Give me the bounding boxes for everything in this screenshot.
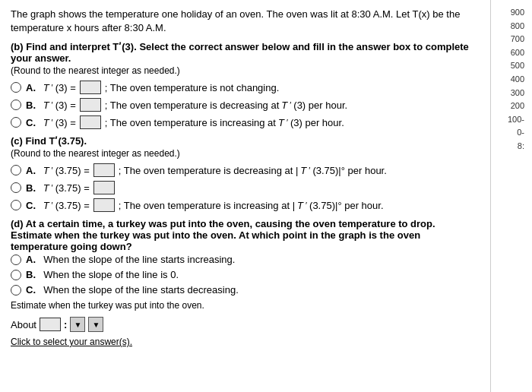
part-c-label: (c) Find Tʹ(3.75). [11, 135, 521, 147]
y-label-0: 0- [491, 126, 529, 140]
input-c-b[interactable] [93, 181, 115, 194]
graph-panel: 900 800 700 600 500 400 300 200 100- 0- … [490, 0, 532, 392]
input-b-c[interactable] [80, 115, 101, 129]
y-label-500: 500 [491, 59, 529, 73]
part-c-option-b[interactable]: B. T′(3.75) = [11, 181, 521, 194]
part-c-sublabel: (Round to the nearest integer as needed.… [11, 148, 521, 159]
input-b-a[interactable] [80, 81, 101, 94]
about-label: About [11, 319, 36, 330]
y-label-200: 200 [491, 100, 529, 113]
part-b-label: (b) Find and interpret Tʹ(3). Select the… [11, 41, 521, 64]
radio-b-c[interactable] [11, 117, 21, 128]
part-d-option-b[interactable]: B. When the slope of the line is 0. [11, 269, 521, 280]
option-d-c-text: C. When the slope of the line starts dec… [26, 284, 239, 296]
radio-c-c[interactable] [11, 200, 21, 210]
part-c-option-c[interactable]: C. T′(3.75) = ; The oven temperature is … [11, 198, 521, 212]
radio-b-a[interactable] [11, 82, 21, 93]
about-input[interactable] [40, 318, 61, 331]
part-b-sublabel: (Round to the nearest integer as needed.… [11, 65, 521, 76]
part-b-option-b[interactable]: B. T′(3) = ; The oven temperature is dec… [11, 98, 521, 112]
part-c-option-a[interactable]: A. T′(3.75) = ; The oven temperature is … [11, 163, 521, 177]
dropdown-btn-2[interactable]: ▼ [88, 317, 103, 332]
y-label-700: 700 [491, 33, 529, 46]
click-label: Click to select your answer(s). [11, 337, 521, 347]
radio-c-b[interactable] [11, 182, 21, 193]
y-label-300: 300 [491, 87, 529, 100]
y-label-8: 8: [491, 140, 529, 153]
option-d-a-text: A. When the slope of the line starts inc… [26, 254, 235, 265]
radio-d-b[interactable] [11, 270, 21, 280]
about-row: About : ▼ ▼ [11, 317, 521, 332]
y-label-600: 600 [491, 46, 529, 60]
option-d-b-text: B. When the slope of the line is 0. [26, 269, 179, 280]
option-b-a-text: A. T′(3) = ; The oven temperature is not… [26, 81, 279, 94]
input-b-b[interactable] [80, 98, 101, 112]
part-b-option-c[interactable]: C. T′(3) = ; The oven temperature is inc… [11, 115, 521, 129]
estimate-label: Estimate when the turkey was put into th… [11, 300, 521, 311]
part-d-label: (d) At a certain time, a turkey was put … [11, 218, 521, 252]
y-label-900: 900 [491, 6, 529, 20]
part-b-option-a[interactable]: A. T′(3) = ; The oven temperature is not… [11, 81, 521, 94]
option-c-b-text: B. T′(3.75) = [26, 181, 116, 194]
dropdown-btn-1[interactable]: ▼ [70, 317, 85, 332]
y-label-800: 800 [491, 20, 529, 33]
radio-d-a[interactable] [11, 254, 21, 265]
part-d-option-c[interactable]: C. When the slope of the line starts dec… [11, 284, 521, 296]
input-c-a[interactable] [93, 163, 115, 177]
graph-y-axis: 900 800 700 600 500 400 300 200 100- 0- … [491, 6, 532, 153]
y-label-400: 400 [491, 73, 529, 87]
input-c-c[interactable] [93, 198, 115, 212]
radio-b-b[interactable] [11, 100, 21, 110]
option-c-a-text: A. T′(3.75) = ; The oven temperature is … [26, 163, 387, 177]
radio-c-a[interactable] [11, 165, 21, 175]
radio-d-c[interactable] [11, 285, 21, 296]
part-d-option-a[interactable]: A. When the slope of the line starts inc… [11, 254, 521, 265]
option-b-c-text: C. T′(3) = ; The oven temperature is inc… [26, 115, 344, 129]
colon-label: : [64, 319, 67, 330]
option-b-b-text: B. T′(3) = ; The oven temperature is dec… [26, 98, 347, 112]
option-c-c-text: C. T′(3.75) = ; The oven temperature is … [26, 198, 384, 212]
y-label-100: 100- [491, 113, 529, 127]
intro-text: The graph shows the temperature one holi… [11, 8, 521, 35]
